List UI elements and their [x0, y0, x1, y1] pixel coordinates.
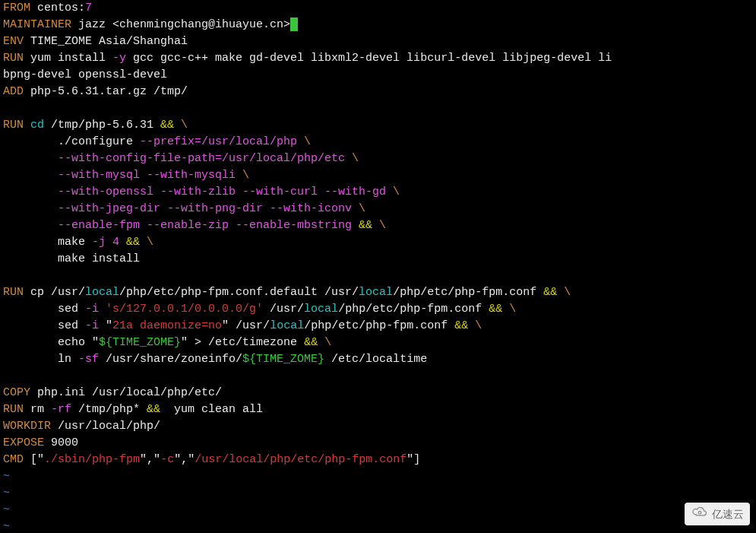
- backslash: \: [242, 169, 249, 182]
- text: centos:: [30, 2, 85, 14]
- keyword-env: ENV: [3, 35, 24, 48]
- text: php-5.6.31.tar.gz /tmp/: [24, 85, 188, 98]
- tilde-line: ~: [3, 470, 10, 483]
- cursor-icon: [290, 17, 298, 31]
- option: --enable-fpm --enable-zip --enable-mbstr…: [58, 219, 359, 232]
- text: ]: [413, 453, 420, 466]
- string: ./sbin/php-fpm: [44, 453, 140, 466]
- backslash: \: [181, 119, 188, 132]
- tilde-line: ~: [3, 520, 10, 533]
- backslash: \: [509, 303, 516, 316]
- quote: ": [222, 319, 229, 332]
- backslash: \: [304, 135, 311, 148]
- text: /php/etc/php-fpm.conf.default /usr/: [119, 286, 359, 299]
- keyword-run: RUN: [3, 52, 24, 65]
- keyword-workdir: WORKDIR: [3, 420, 51, 433]
- variable: ${TIME_ZOME}: [99, 336, 181, 349]
- backslash: \: [475, 319, 482, 332]
- num: 4: [112, 236, 119, 249]
- keyword-run: RUN: [3, 403, 24, 416]
- local: local: [85, 286, 119, 299]
- keyword-copy: COPY: [3, 386, 30, 399]
- text: [: [24, 453, 37, 466]
- text: /tmp/php*: [71, 403, 147, 416]
- indent: [3, 186, 58, 198]
- sep: ,: [147, 453, 153, 466]
- text: gcc gcc-c++ make gd-devel libxml2-devel …: [126, 52, 612, 65]
- keyword-add: ADD: [3, 85, 24, 98]
- quote: ": [181, 336, 188, 349]
- option: --with-openssl --with-zlib --with-curl -…: [58, 186, 393, 198]
- cmd-cd: cd: [24, 119, 44, 132]
- text: ln: [3, 353, 78, 366]
- string: 's/127.0.0.1/0.0.0.0/g': [106, 303, 263, 316]
- env-key: TIME_ZOME: [24, 35, 92, 48]
- terminal-output[interactable]: FROM centos:7 MAINTAINER jazz <chenmingc…: [0, 0, 756, 533]
- flag: -sf: [78, 353, 99, 366]
- watermark-text: 亿速云: [712, 506, 744, 522]
- text: [119, 236, 126, 249]
- tilde-line: ~: [3, 503, 10, 516]
- text: bpng-devel openssl-devel: [3, 68, 167, 81]
- backslash: \: [352, 152, 359, 165]
- option: --with-config-file-path=/usr/local/php/e…: [58, 152, 352, 165]
- backslash: \: [564, 286, 571, 299]
- indent: [3, 202, 58, 215]
- keyword-from: FROM: [3, 2, 30, 14]
- operator: &&: [489, 303, 509, 316]
- flag: -j: [92, 236, 112, 249]
- operator: &&: [304, 336, 324, 349]
- quote: ": [406, 453, 413, 466]
- indent: [3, 169, 58, 182]
- text: /php/etc/php-fpm.conf: [338, 303, 489, 316]
- option: --prefix=/usr/local/php: [140, 135, 304, 148]
- quote: ": [188, 453, 195, 466]
- operator: &&: [160, 119, 181, 132]
- keyword-run: RUN: [3, 286, 24, 299]
- text: make install: [3, 252, 140, 265]
- text: yum install: [24, 52, 112, 65]
- watermark-badge: 亿速云: [685, 503, 750, 525]
- text: echo: [3, 336, 92, 349]
- backslash: \: [147, 236, 153, 249]
- text: jazz <chenmingchang@ihuayue.cn>: [71, 18, 290, 31]
- keyword-maintainer: MAINTAINER: [3, 18, 71, 31]
- quote: ": [140, 453, 147, 466]
- text: /usr/share/zoneinfo/: [99, 353, 242, 366]
- backslash: \: [393, 186, 400, 198]
- text: ./configure: [3, 135, 140, 148]
- option: --with-mysql --with-mysqli: [58, 169, 242, 182]
- text: /usr/local/php/: [51, 420, 160, 433]
- tilde-line: ~: [3, 487, 10, 500]
- flag: -rf: [51, 403, 71, 416]
- quote: ": [106, 319, 112, 332]
- quote: ": [153, 453, 160, 466]
- indent: [3, 219, 58, 232]
- sep: ,: [181, 453, 188, 466]
- svg-point-0: [698, 511, 701, 514]
- text: make: [3, 236, 92, 249]
- cloud-icon: [691, 506, 709, 522]
- flag: -i: [85, 319, 106, 332]
- operator: &&: [454, 319, 475, 332]
- backslash: \: [359, 202, 365, 215]
- local: local: [270, 319, 304, 332]
- option: --with-jpeg-dir --with-png-dir --with-ic…: [58, 202, 359, 215]
- text: php.ini /usr/local/php/etc/: [30, 386, 222, 399]
- text: sed: [3, 303, 85, 316]
- operator: &&: [543, 286, 564, 299]
- string: /usr/local/php/etc/php-fpm.conf: [195, 453, 406, 466]
- quote: ": [92, 336, 99, 349]
- keyword-cmd: CMD: [3, 453, 24, 466]
- env-val: Asia/Shanghai: [92, 35, 188, 48]
- text: yum clean all: [167, 403, 263, 416]
- tag: 7: [85, 2, 92, 14]
- keyword-expose: EXPOSE: [3, 436, 44, 449]
- text: cp /usr/: [24, 286, 85, 299]
- local: local: [359, 286, 393, 299]
- indent: [3, 152, 58, 165]
- backslash: \: [324, 336, 331, 349]
- operator: &&: [359, 219, 379, 232]
- text: /php/etc/php-fpm.conf: [393, 286, 543, 299]
- backslash: \: [379, 219, 386, 232]
